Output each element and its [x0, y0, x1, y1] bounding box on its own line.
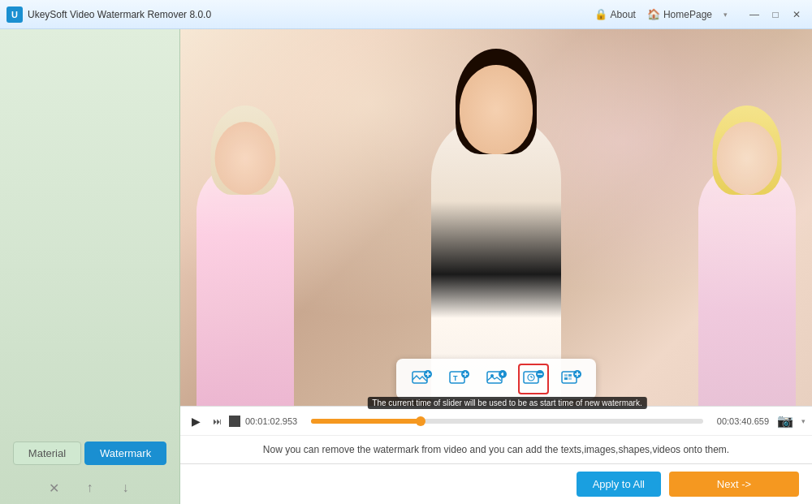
close-button[interactable]: ✕: [788, 6, 806, 24]
home-icon: 🏠: [647, 8, 660, 20]
app-title: UkeySoft Video Watermark Remover 8.0.0: [28, 9, 211, 20]
title-right: 🔒 About 🏠 HomePage ▾ — □ ✕: [594, 6, 806, 24]
sidebar-actions: ✕ ↑ ↓: [0, 472, 179, 504]
info-text: Now you can remove the watermark from vi…: [263, 444, 729, 455]
progress-fill: [311, 419, 421, 424]
info-bar: Now you can remove the watermark from vi…: [180, 435, 812, 463]
figure-left: [197, 162, 294, 406]
apply-to-all-button[interactable]: Apply to All: [577, 472, 661, 497]
maximize-button[interactable]: □: [767, 6, 784, 24]
lock-icon: 🔒: [594, 8, 607, 20]
content-area: T: [180, 29, 812, 504]
watermark-tab[interactable]: Watermark: [84, 442, 166, 465]
homepage-nav[interactable]: 🏠 HomePage: [647, 8, 712, 20]
title-bar: U UkeySoft Video Watermark Remover 8.0.0…: [0, 0, 812, 29]
about-label: About: [611, 9, 636, 20]
add-gif-button[interactable]: [481, 364, 512, 394]
video-frame: [180, 29, 812, 406]
add-image-button[interactable]: [406, 364, 437, 394]
move-up-button[interactable]: ↑: [79, 476, 102, 499]
figure-right: [698, 162, 796, 406]
total-time: 00:03:40.659: [708, 416, 769, 426]
svg-rect-21: [564, 377, 568, 380]
video-background: [180, 29, 812, 406]
step-forward-button[interactable]: ⏭: [209, 414, 224, 429]
video-toolbar: T: [396, 359, 596, 399]
minimize-button[interactable]: —: [745, 6, 763, 24]
svg-text:T: T: [453, 374, 458, 382]
set-start-time-button[interactable]: [518, 364, 549, 394]
camera-dropdown-icon[interactable]: ▾: [801, 417, 806, 425]
move-down-button[interactable]: ↓: [114, 476, 137, 499]
title-left: U UkeySoft Video Watermark Remover 8.0.0: [6, 6, 211, 23]
svg-rect-20: [568, 374, 572, 377]
video-container: T: [180, 29, 812, 406]
about-nav[interactable]: 🔒 About: [594, 8, 636, 20]
delete-item-button[interactable]: ✕: [43, 476, 66, 499]
sidebar-tabs: Material Watermark: [0, 435, 179, 472]
dropdown-arrow-icon[interactable]: ▾: [723, 11, 728, 19]
stop-button[interactable]: [229, 416, 240, 427]
app-icon-letter: U: [11, 10, 18, 19]
homepage-label: HomePage: [663, 9, 712, 20]
bottom-bar: Apply to All Next ->: [180, 463, 812, 504]
player-controls: ▶ ⏭ 00:01:02.953 The current time of sli…: [180, 406, 812, 435]
svg-rect-19: [564, 374, 568, 377]
material-tab[interactable]: Material: [13, 442, 81, 465]
app-icon: U: [6, 6, 23, 23]
progress-handle[interactable]: [416, 416, 425, 426]
add-text-button[interactable]: T: [443, 364, 474, 394]
sidebar: Material Watermark ✕ ↑ ↓: [0, 29, 180, 504]
main-container: Material Watermark ✕ ↑ ↓: [0, 29, 812, 504]
play-button[interactable]: ▶: [187, 412, 205, 430]
progress-bar[interactable]: The current time of slider will be used …: [311, 419, 703, 424]
window-controls: — □ ✕: [745, 6, 806, 24]
svg-rect-22: [568, 377, 572, 380]
next-button[interactable]: Next ->: [669, 472, 799, 497]
current-time: 00:01:02.953: [245, 416, 306, 426]
screenshot-button[interactable]: 📷: [774, 410, 797, 433]
add-mosaic-button[interactable]: [555, 364, 586, 394]
